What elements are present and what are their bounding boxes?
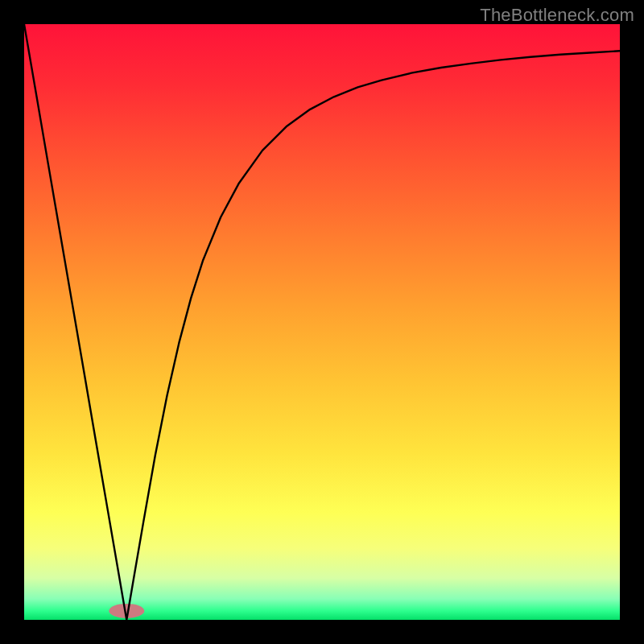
chart-frame: TheBottleneck.com xyxy=(0,0,644,644)
gradient-background xyxy=(24,24,620,620)
watermark-text: TheBottleneck.com xyxy=(480,5,634,26)
plot-area xyxy=(24,24,620,620)
chart-svg xyxy=(24,24,620,620)
